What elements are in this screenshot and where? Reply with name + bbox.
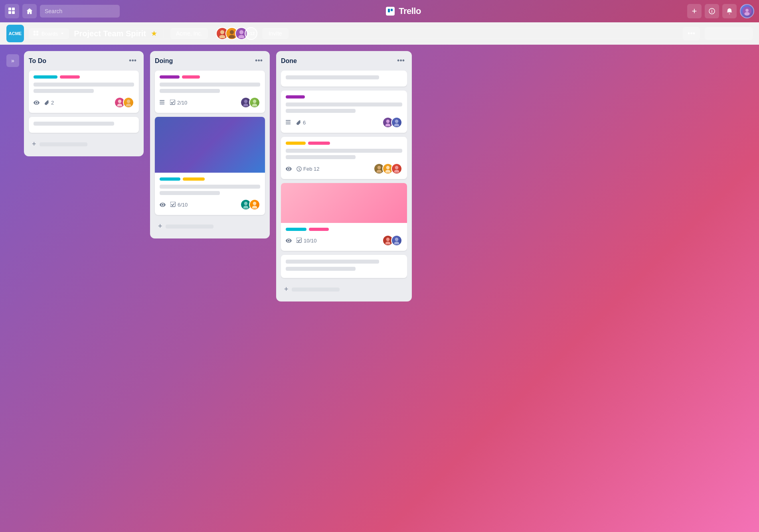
user-avatar[interactable] (740, 4, 754, 18)
done-column-scroll: 6 (281, 71, 407, 297)
done-card-4-labels (286, 228, 402, 231)
column-doing-menu-button[interactable]: ••• (253, 56, 265, 66)
svg-point-47 (385, 170, 391, 173)
attachment-count: 2 (51, 100, 54, 106)
doing-card-1-footer: 2/10 (160, 97, 260, 108)
list-icon-item-2 (286, 120, 291, 125)
svg-rect-38 (286, 124, 291, 124)
column-done-menu-button[interactable]: ••• (395, 56, 407, 66)
svg-point-33 (243, 206, 249, 209)
doing-card-2-text-1 (160, 185, 260, 189)
doing-card-1-text-1 (160, 83, 260, 87)
done-card-3-avatars (374, 163, 402, 174)
doing-card-1-text-2 (160, 89, 220, 93)
add-card-done-text (292, 288, 340, 292)
todo-card-1[interactable]: 2 (29, 71, 139, 113)
doing-card-2[interactable]: 6/10 (155, 117, 265, 215)
label-purple (160, 75, 180, 79)
svg-point-53 (395, 238, 399, 241)
sidebar-collapse-button[interactable]: » (6, 54, 19, 67)
boards-dropdown-button[interactable]: Boards (29, 28, 69, 39)
doing-card-2-avatars (240, 199, 260, 210)
column-todo-title: To Do (29, 57, 46, 65)
star-button[interactable]: ★ (151, 29, 157, 38)
svg-point-16 (229, 35, 235, 38)
trello-logo-icon (386, 7, 395, 16)
svg-rect-24 (160, 102, 164, 102)
more-members-button[interactable]: +12 (245, 27, 257, 40)
workspace-name-button[interactable]: Acme, Inc. (170, 28, 208, 39)
doing-card-2-meta: 6/10 (160, 202, 188, 208)
svg-rect-12 (36, 33, 38, 35)
done-card-2-avatars (382, 117, 402, 128)
workspace-logo: ACME (6, 25, 24, 42)
attachment-item-2: 6 (296, 120, 306, 126)
column-todo-menu-button[interactable]: ••• (126, 56, 139, 66)
svg-point-7 (745, 9, 749, 12)
add-card-done-button[interactable]: + (281, 282, 407, 297)
svg-point-19 (118, 100, 122, 103)
done-card-4-avatars (382, 235, 402, 246)
todo-card-2[interactable] (29, 117, 139, 133)
svg-point-29 (253, 100, 257, 103)
svg-point-13 (220, 30, 224, 34)
done-card-3-footer: Feb 12 (286, 163, 402, 174)
eye-icon-item (34, 100, 40, 106)
eye-icon-item-2 (160, 202, 166, 208)
done-card-2-labels (286, 95, 402, 99)
svg-point-51 (386, 238, 390, 241)
done-card-2[interactable]: 6 (281, 91, 407, 133)
top-navigation: Trello + i (0, 0, 759, 22)
done-avatar-2 (391, 117, 402, 128)
label-pink2 (182, 75, 200, 79)
svg-point-17 (239, 30, 243, 34)
doing-card-2-image (155, 117, 265, 173)
done-card-4[interactable]: 10/10 (281, 183, 407, 251)
add-button[interactable]: + (687, 4, 702, 18)
svg-rect-0 (8, 8, 11, 10)
svg-rect-23 (160, 100, 164, 101)
doing-card-1[interactable]: 2/10 (155, 71, 265, 113)
column-doing-title: Doing (155, 57, 173, 65)
done-card-2-text-1 (286, 102, 402, 106)
board-menu-button[interactable]: ••• (683, 27, 700, 40)
app-title: Trello (123, 6, 684, 16)
done-card-5-text-2 (286, 267, 356, 271)
todo-card-1-labels (34, 75, 134, 79)
svg-rect-10 (36, 31, 38, 33)
add-card-todo-button[interactable]: + (29, 137, 139, 152)
column-done-title: Done (281, 57, 297, 65)
svg-point-30 (252, 104, 257, 106)
column-doing: Doing ••• (150, 51, 270, 238)
search-input[interactable] (40, 5, 120, 18)
svg-point-22 (126, 104, 131, 106)
eye-icon-item-3 (286, 166, 292, 172)
done-card-1[interactable] (281, 71, 407, 87)
svg-rect-9 (34, 31, 36, 33)
todo-card-1-avatars (114, 97, 134, 108)
svg-point-8 (744, 12, 749, 16)
invite-button[interactable]: Invite (262, 28, 288, 39)
info-button[interactable]: i (705, 4, 719, 18)
doing-card-2-footer: 6/10 (160, 199, 260, 210)
notifications-button[interactable] (722, 4, 737, 18)
doing-card-1-avatars (240, 97, 260, 108)
done-card-5[interactable] (281, 255, 407, 278)
svg-rect-3 (12, 11, 15, 14)
filter-button[interactable] (705, 27, 753, 40)
add-card-doing-button[interactable]: + (155, 219, 265, 234)
nav-right-controls: + i (687, 4, 754, 18)
column-todo: To Do ••• (24, 51, 144, 156)
list-icon-item (160, 100, 165, 105)
done-card-3[interactable]: Feb 12 (281, 137, 407, 179)
svg-text:i: i (712, 9, 713, 14)
label-pink (60, 75, 80, 79)
svg-point-42 (394, 124, 399, 126)
label-yellow2 (286, 142, 306, 145)
card-avatar-2 (123, 97, 134, 108)
home-icon-button[interactable] (22, 4, 37, 18)
svg-point-28 (243, 104, 249, 106)
grid-icon-button[interactable] (5, 4, 19, 18)
svg-point-15 (230, 30, 234, 34)
label-pink4 (309, 228, 329, 231)
